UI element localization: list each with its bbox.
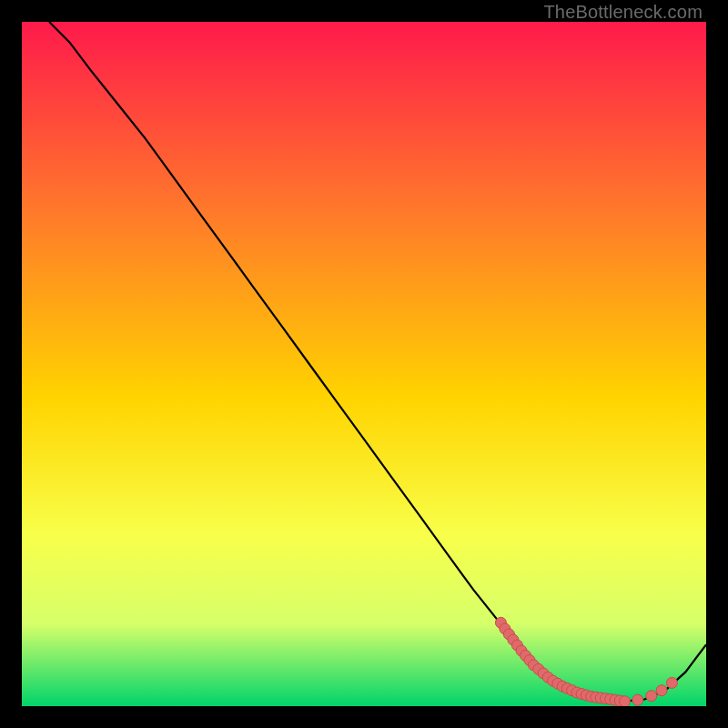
curve-marker	[620, 696, 631, 706]
curve-marker	[632, 694, 643, 705]
gradient-background	[22, 22, 706, 706]
curve-marker	[646, 691, 657, 702]
watermark-text: TheBottleneck.com	[543, 2, 703, 23]
curve-marker	[656, 685, 667, 696]
chart-plot-area	[22, 22, 706, 706]
curve-marker	[666, 677, 677, 688]
chart-svg	[22, 22, 706, 706]
